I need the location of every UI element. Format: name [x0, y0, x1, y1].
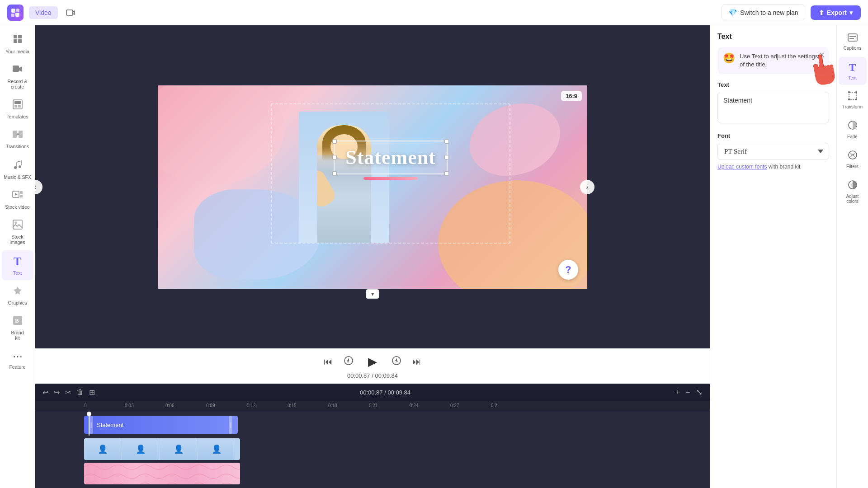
handle-top-left[interactable] — [332, 139, 337, 144]
add-track-button[interactable]: + — [675, 388, 680, 397]
timeline-time-display: 00:00.87 / 00:09.84 — [100, 389, 670, 396]
video-clip[interactable]: 👤 👤 👤 👤 — [84, 438, 240, 460]
record-icon — [12, 64, 23, 77]
svg-rect-8 — [18, 39, 22, 43]
zoom-out-button[interactable]: − — [685, 388, 690, 397]
svg-text:5: 5 — [395, 359, 397, 363]
handle-mid-left[interactable] — [332, 155, 337, 160]
timeline-toolbar: ↩ ↪ ✂ 🗑 ⊞ 00:00.87 / 00:09.84 + − ⤡ — [35, 384, 710, 401]
skip-to-end-button[interactable]: ⏭ — [412, 357, 421, 367]
handle-bottom-right[interactable] — [444, 171, 449, 176]
sidebar-label-templates: Templates — [7, 114, 28, 119]
right-icon-filters[interactable]: Filters — [839, 145, 867, 174]
right-icon-adjust-colors[interactable]: Adjust colors — [839, 175, 867, 208]
svg-rect-15 — [19, 131, 23, 138]
switch-plan-button[interactable]: 💎 Switch to a new plan — [722, 5, 805, 20]
sidebar-label-feature: Feature — [9, 364, 25, 370]
svg-point-16 — [14, 166, 17, 169]
canvas-nav-left[interactable]: ‹ — [35, 180, 42, 194]
export-button[interactable]: ⬆ Export ▾ — [811, 5, 861, 20]
svg-rect-2 — [11, 14, 14, 17]
svg-rect-3 — [15, 13, 19, 17]
right-icon-fade[interactable]: Fade — [839, 116, 867, 144]
svg-rect-6 — [18, 35, 22, 38]
right-icons-sidebar: Captions T Text Transform Fade Filters — [836, 25, 868, 488]
statement-text-box[interactable]: Statement — [334, 141, 448, 174]
right-icon-captions[interactable]: Captions — [839, 29, 867, 55]
sidebar-item-your-media[interactable]: Your media — [2, 29, 33, 59]
time-display: 00:00.87 / 00:09.84 — [347, 372, 398, 379]
right-icon-text[interactable]: T Text — [839, 57, 867, 85]
sidebar-item-transitions[interactable]: Transitions — [2, 125, 33, 154]
svg-point-38 — [848, 99, 850, 100]
timeline-collapse-toggle[interactable]: ▾ — [366, 289, 379, 299]
sidebar-item-templates[interactable]: Templates — [2, 95, 33, 124]
svg-rect-35 — [849, 92, 856, 99]
transitions-icon — [12, 129, 23, 142]
bg-clip[interactable] — [84, 463, 240, 484]
camera-mode-icon[interactable] — [63, 5, 78, 20]
clip-handle-left[interactable]: ║ — [90, 416, 93, 434]
left-sidebar: Your media Record &create Templates Tran… — [0, 25, 35, 488]
sidebar-item-music-sfx[interactable]: Music & SFX — [2, 155, 33, 184]
aspect-ratio-badge: 16:9 — [561, 91, 582, 101]
sidebar-item-stock-video[interactable]: Stock video — [2, 185, 33, 214]
canvas-area: ‹ — [35, 25, 710, 348]
hint-close-button[interactable]: ✕ — [819, 51, 825, 59]
handle-mid-right[interactable] — [444, 155, 449, 160]
text-clip-label: Statement — [93, 422, 229, 428]
cut-button[interactable]: ✂ — [65, 388, 71, 397]
text-element-container[interactable]: Statement — [281, 141, 500, 180]
sidebar-item-record-create[interactable]: Record &create — [2, 60, 33, 94]
right-icon-transform[interactable]: Transform — [839, 87, 867, 114]
panel-title: Text — [717, 33, 829, 41]
hint-text: Use Text to adjust the settings of the t… — [740, 52, 824, 69]
playhead[interactable] — [89, 414, 90, 436]
help-button[interactable]: ? — [558, 260, 578, 280]
upload-fonts-link[interactable]: Upload custom fonts — [717, 164, 767, 170]
video-thumb-4: 👤 — [198, 438, 235, 460]
playback-controls: ⏮ 5 ▶ 5 ⏭ — [324, 353, 421, 370]
group-button[interactable]: ⊞ — [89, 388, 95, 397]
text-clip[interactable]: ║ Statement ║ — [84, 416, 238, 434]
canvas-nav-right[interactable]: › — [580, 180, 594, 194]
sidebar-label-stock-video: Stock video — [5, 204, 29, 210]
zoom-fit-button[interactable]: ⤡ — [696, 387, 703, 397]
handle-bottom-left[interactable] — [332, 171, 337, 176]
text-underline-decoration — [363, 177, 418, 180]
font-select[interactable]: PT Serif Arial Georgia Helvetica Times N… — [717, 143, 829, 160]
bg-shape-1 — [158, 85, 284, 185]
topbar-tab-video[interactable]: Video — [29, 6, 58, 19]
play-pause-button[interactable]: ▶ — [364, 353, 381, 370]
ruler-mark-18: 0:18 — [328, 403, 369, 408]
svg-marker-24 — [14, 286, 22, 295]
text-track-content: ║ Statement ║ — [84, 414, 710, 436]
sidebar-item-brand-kit[interactable]: B Brandkit — [2, 311, 33, 345]
sidebar-item-feature[interactable]: ⋯ Feature — [2, 346, 33, 374]
delete-button[interactable]: 🗑 — [76, 388, 84, 396]
topbar: Video 💎 Switch to a new plan ⬆ Export ▾ — [0, 0, 868, 25]
skip-to-start-button[interactable]: ⏮ — [324, 357, 333, 367]
adjust-colors-label: Adjust colors — [840, 194, 865, 204]
sidebar-item-graphics[interactable]: Graphics — [2, 281, 33, 310]
bg-track-row — [35, 463, 710, 484]
sidebar-item-stock-images[interactable]: Stock images — [2, 215, 33, 249]
clip-handle-right[interactable]: ║ — [229, 416, 232, 434]
ruler-mark-9: 0:09 — [206, 403, 247, 408]
svg-rect-21 — [20, 195, 23, 197]
sidebar-label-music-sfx: Music & SFX — [4, 174, 31, 180]
text-value-input[interactable]: Statement — [717, 92, 829, 123]
video-thumb-1: 👤 — [84, 438, 121, 460]
rewind-button[interactable]: 5 — [344, 356, 354, 368]
redo-button[interactable]: ↪ — [54, 388, 60, 397]
sidebar-label-stock-images: Stock images — [4, 234, 32, 245]
svg-text:B: B — [15, 317, 19, 324]
forward-button[interactable]: 5 — [392, 356, 401, 368]
svg-rect-4 — [66, 10, 73, 15]
music-icon — [13, 159, 23, 173]
video-canvas[interactable]: Statement 16:9 ? — [158, 85, 587, 289]
handle-top-right[interactable] — [444, 139, 449, 144]
sidebar-item-text[interactable]: T Text — [2, 250, 33, 280]
undo-button[interactable]: ↩ — [42, 388, 48, 397]
hint-box: 🤩 Use Text to adjust the settings of the… — [717, 47, 829, 74]
